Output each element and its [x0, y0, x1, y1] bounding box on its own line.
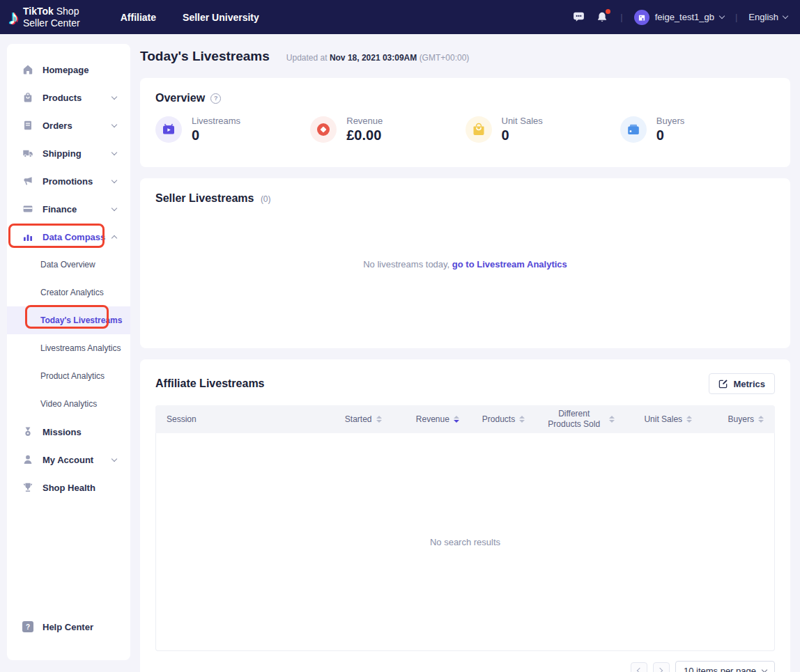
- metrics-button[interactable]: Metrics: [709, 373, 775, 394]
- sidebar-item-creator-analytics[interactable]: Creator Analytics: [7, 279, 130, 306]
- sidebar-item-todays-livestreams[interactable]: Today's Livestreams: [7, 306, 130, 334]
- metric-buyers: Buyers 0: [620, 116, 775, 143]
- overview-card: Overview ? Livestreams 0: [140, 78, 790, 167]
- sort-icon-active-desc[interactable]: [454, 416, 459, 423]
- column-unit-sales[interactable]: Unit Sales: [615, 414, 692, 424]
- sidebar-item-product-analytics[interactable]: Product Analytics: [7, 362, 130, 390]
- data-compass-chart-icon: [22, 231, 33, 242]
- shipping-truck-icon: [22, 148, 33, 159]
- sidebar-item-homepage[interactable]: Homepage: [7, 56, 130, 84]
- chat-bubble-icon[interactable]: [571, 10, 585, 24]
- sidebar-item-promotions[interactable]: Promotions: [7, 167, 130, 195]
- seller-livestreams-count: (0): [261, 194, 271, 204]
- sidebar-item-shipping[interactable]: Shipping: [7, 139, 130, 167]
- overview-metrics: Livestreams 0 Revenue £0.00: [155, 116, 775, 143]
- sidebar-item-finance[interactable]: Finance: [7, 195, 130, 223]
- column-revenue[interactable]: Revenue: [382, 414, 459, 424]
- sidebar-item-products[interactable]: Products: [7, 84, 130, 111]
- account-person-icon: [22, 454, 33, 465]
- column-session: Session: [167, 414, 322, 424]
- overview-title: Overview: [155, 92, 205, 104]
- topbar: ♪ TikTok Shop Seller Center Affiliate Se…: [0, 0, 800, 34]
- nav-seller-university[interactable]: Seller University: [183, 12, 259, 23]
- column-started[interactable]: Started: [322, 414, 382, 424]
- brand-suffix: Shop: [54, 6, 79, 17]
- orders-icon: [22, 120, 33, 131]
- items-per-page-select[interactable]: 10 items per page: [675, 661, 775, 672]
- brand-name: TikTok: [23, 6, 54, 17]
- sort-icon[interactable]: [686, 416, 692, 423]
- notification-bell-icon[interactable]: [595, 10, 609, 24]
- column-different-products-sold[interactable]: Different Products Sold: [525, 409, 615, 430]
- chevron-up-icon: [111, 235, 117, 240]
- seller-livestreams-title: Seller Livestreams: [155, 192, 254, 204]
- promotions-megaphone-icon: [22, 175, 33, 187]
- topbar-nav: Affiliate Seller University: [121, 12, 259, 23]
- sort-icon[interactable]: [758, 416, 764, 423]
- sort-icon[interactable]: [376, 416, 382, 423]
- page-header: Today's Livestreams Updated at Nov 18, 2…: [140, 47, 790, 64]
- sidebar-item-orders[interactable]: Orders: [7, 111, 130, 139]
- username: feige_test1_gb: [655, 12, 714, 22]
- metric-revenue: Revenue £0.00: [310, 116, 465, 143]
- home-icon: [22, 64, 33, 75]
- help-center-icon: ?: [22, 621, 33, 632]
- chevron-left-icon: [637, 668, 643, 672]
- seller-livestreams-card: Seller Livestreams (0) No livestreams to…: [140, 178, 790, 348]
- affiliate-livestreams-title: Affiliate Livestreams: [155, 377, 265, 390]
- chevron-down-icon: [111, 93, 117, 99]
- sort-icon[interactable]: [609, 416, 615, 423]
- products-bag-icon: [22, 92, 33, 103]
- separator: |: [619, 12, 624, 22]
- chevron-down-icon: [111, 455, 117, 461]
- chevron-down-icon: [762, 666, 767, 672]
- table-empty-state: No search results: [155, 433, 775, 651]
- question-circle-icon[interactable]: ?: [210, 93, 221, 104]
- user-menu[interactable]: feige_test1_gb: [634, 10, 724, 25]
- chevron-down-icon: [111, 121, 117, 127]
- revenue-coin-icon: [310, 116, 337, 143]
- sidebar-item-data-compass[interactable]: Data Compass: [7, 223, 130, 251]
- separator: |: [734, 12, 739, 22]
- missions-medal-icon: [22, 426, 33, 437]
- pagination-next-button[interactable]: [653, 662, 670, 672]
- tiktok-note-icon: ♪: [8, 7, 19, 28]
- sidebar-item-help-center[interactable]: ? Help Center: [7, 613, 130, 641]
- metric-unit-sales: Unit Sales 0: [466, 116, 620, 143]
- nav-affiliate[interactable]: Affiliate: [121, 12, 156, 23]
- language-label: English: [748, 12, 778, 22]
- language-selector[interactable]: English: [748, 12, 787, 22]
- column-buyers[interactable]: Buyers: [692, 414, 764, 424]
- column-products[interactable]: Products: [459, 414, 525, 424]
- updated-at: Updated at Nov 18, 2021 03:09AM (GMT+00:…: [286, 53, 470, 64]
- shop-health-trophy-icon: [22, 482, 33, 493]
- edit-square-icon: [718, 379, 728, 389]
- sidebar-item-my-account[interactable]: My Account: [7, 446, 130, 474]
- chevron-down-icon: [783, 13, 788, 19]
- chevron-right-icon: [657, 668, 663, 672]
- pagination-prev-button[interactable]: [631, 662, 647, 672]
- sidebar-item-video-analytics[interactable]: Video Analytics: [7, 390, 130, 418]
- metric-livestreams: Livestreams 0: [155, 116, 310, 143]
- main-content: Today's Livestreams Updated at Nov 18, 2…: [140, 34, 790, 672]
- pagination: 10 items per page: [155, 661, 775, 672]
- sidebar-item-missions[interactable]: Missions: [7, 418, 130, 446]
- affiliate-livestreams-card: Affiliate Livestreams Metrics Session St…: [140, 359, 790, 672]
- go-to-livestream-analytics-link[interactable]: go to Livestream Analytics: [452, 259, 567, 269]
- sidebar-item-livestreams-analytics[interactable]: Livestreams Analytics: [7, 334, 130, 362]
- finance-card-icon: [22, 203, 33, 214]
- sort-icon[interactable]: [519, 416, 525, 423]
- sidebar: Homepage Products Orders Shipping Promot…: [7, 44, 130, 660]
- seller-empty-state: No livestreams today, go to Livestream A…: [155, 259, 775, 269]
- tiktok-logo[interactable]: ♪ TikTok Shop Seller Center: [8, 6, 80, 28]
- chevron-down-icon: [111, 205, 117, 210]
- sidebar-item-shop-health[interactable]: Shop Health: [7, 474, 130, 501]
- chevron-down-icon: [111, 149, 117, 155]
- sidebar-item-data-overview[interactable]: Data Overview: [7, 251, 130, 279]
- livestream-tv-icon: [155, 116, 182, 143]
- page-title: Today's Livestreams: [140, 49, 270, 64]
- affiliate-table: Session Started Revenue Products: [155, 405, 775, 651]
- updated-datetime: Nov 18, 2021 03:09AM: [330, 53, 417, 63]
- updated-timezone: (GMT+00:00): [420, 53, 470, 63]
- table-header-row: Session Started Revenue Products: [155, 405, 775, 433]
